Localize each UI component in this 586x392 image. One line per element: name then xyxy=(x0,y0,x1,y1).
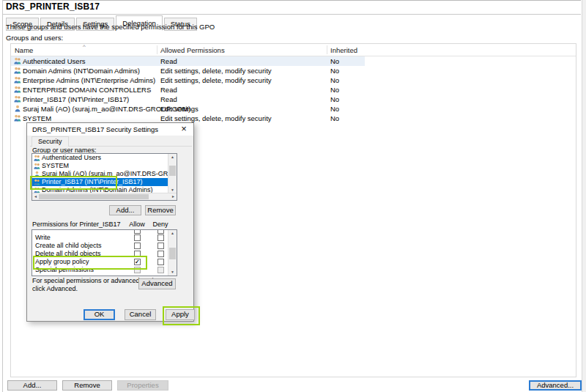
add-button[interactable]: Add... xyxy=(7,380,57,391)
advanced-note-line2: click Advanced. xyxy=(32,285,78,292)
dialog-remove-button[interactable]: Remove xyxy=(145,205,176,215)
group-icon xyxy=(14,76,21,84)
annotation-apply-group-policy xyxy=(33,256,147,270)
column-header-allowed-permissions[interactable]: Allowed Permissions xyxy=(160,46,225,54)
group-icon xyxy=(14,95,21,103)
scroll-down-icon[interactable]: ▼ xyxy=(168,269,177,275)
row-name: Printer_ISB17 (INT\Printer_ISB17) xyxy=(23,95,129,104)
column-header-name[interactable]: Name xyxy=(15,46,33,54)
dialog-add-button[interactable]: Add... xyxy=(109,205,141,215)
row-inherited: No xyxy=(330,85,339,95)
deny-checkbox xyxy=(157,267,164,273)
dialog-advanced-button[interactable]: Advanced xyxy=(138,278,176,289)
list-item-label: SYSTEM xyxy=(42,162,69,170)
dialog-title: DRS_PRINTER_ISB17 Security Settings xyxy=(32,125,158,133)
column-divider[interactable] xyxy=(327,45,327,54)
deny-checkbox[interactable] xyxy=(157,259,164,265)
cancel-button[interactable]: Cancel xyxy=(125,309,156,320)
row-inherited: No xyxy=(330,114,339,123)
group-icon xyxy=(14,114,21,122)
deny-column-header: Deny xyxy=(150,221,171,228)
scrollbar-thumb[interactable] xyxy=(169,166,176,176)
permissions-for-label: Permissions for Printer_ISB17 xyxy=(32,221,121,228)
annotation-selected-group xyxy=(30,176,117,190)
allow-column-header: Allow xyxy=(127,221,147,228)
remove-button[interactable]: Remove xyxy=(62,380,112,391)
row-name: Authenticated Users xyxy=(23,56,86,66)
row-name: Domain Admins (INT\Domain Admins) xyxy=(23,66,140,75)
allow-checkbox[interactable] xyxy=(134,234,141,241)
groups-table-header: Name ^ Allowed Permissions Inherited xyxy=(11,44,576,56)
sort-ascending-icon: ^ xyxy=(83,43,86,50)
scrollbar-thumb[interactable] xyxy=(39,194,149,199)
pane-top-border xyxy=(2,0,581,1)
row-allowed-permissions: Read xyxy=(160,56,177,66)
deny-checkbox[interactable] xyxy=(157,234,164,241)
dialog-titlebar[interactable]: DRS_PRINTER_ISB17 Security Settings × xyxy=(27,123,193,136)
row-allowed-permissions: Edit settings, delete, modify security xyxy=(160,66,272,75)
table-row[interactable]: Suraj Mali (AO) (suraj.m_ao@INT.DRS-GROU… xyxy=(11,104,576,114)
list-item[interactable]: SYSTEM xyxy=(32,162,168,170)
table-row[interactable]: Enterprise Admins (INT\Enterprise Admins… xyxy=(11,75,576,85)
horizontal-scrollbar[interactable]: ◄ ► xyxy=(32,193,177,200)
properties-button[interactable]: Properties xyxy=(117,380,168,391)
group-icon xyxy=(14,57,21,64)
group-icon xyxy=(34,155,40,161)
row-allowed-permissions: Read xyxy=(160,85,177,95)
vertical-scrollbar[interactable]: ▲ ▼ xyxy=(168,154,177,193)
row-name: Enterprise Admins (INT\Enterprise Admins… xyxy=(23,75,155,85)
title-separator xyxy=(3,14,581,15)
row-allowed-permissions: Edit settings xyxy=(160,104,199,114)
groups-and-users-label: Groups and users: xyxy=(6,34,63,42)
scrollbar-thumb[interactable] xyxy=(169,248,176,259)
delegation-description: These groups and users have the specifie… xyxy=(6,23,215,31)
scroll-up-icon[interactable]: ▲ xyxy=(168,154,177,160)
deny-checkbox[interactable] xyxy=(157,251,164,257)
user-icon xyxy=(14,105,21,112)
group-icon xyxy=(34,163,40,169)
row-allowed-permissions: Edit settings, delete, modify security xyxy=(160,75,272,85)
permission-label: Write xyxy=(35,234,51,242)
permission-row[interactable]: Write xyxy=(32,234,168,242)
table-row[interactable]: Printer_ISB17 (INT\Printer_ISB17)ReadNo xyxy=(11,95,576,104)
close-icon[interactable]: × xyxy=(177,123,190,135)
group-icon xyxy=(14,67,21,74)
list-item-label: Authenticated Users xyxy=(42,154,101,162)
allow-checkbox[interactable] xyxy=(134,243,141,249)
row-inherited: No xyxy=(330,95,339,104)
column-divider[interactable] xyxy=(157,45,157,54)
ok-button[interactable]: OK xyxy=(84,309,115,320)
vertical-scrollbar[interactable]: ▲ ▼ xyxy=(168,230,177,275)
list-item[interactable]: Authenticated Users xyxy=(32,154,168,162)
security-settings-dialog: DRS_PRINTER_ISB17 Security Settings × Se… xyxy=(26,122,194,322)
advanced-button-main[interactable]: Advanced... xyxy=(529,380,582,391)
row-inherited: No xyxy=(330,66,339,75)
row-allowed-permissions: Read xyxy=(160,95,177,104)
scroll-up-icon[interactable]: ▲ xyxy=(168,230,177,237)
group-icon xyxy=(14,86,21,93)
table-row[interactable]: ENTERPRISE DOMAIN CONTROLLERSReadNo xyxy=(11,85,576,95)
pane-left-border xyxy=(2,0,3,392)
permission-label: Create all child objects xyxy=(35,242,102,250)
scroll-right-icon[interactable]: ► xyxy=(170,193,177,200)
annotation-apply-button xyxy=(163,306,200,325)
tab-security[interactable]: Security xyxy=(31,136,69,147)
right-scroll-strip[interactable] xyxy=(582,0,586,392)
deny-checkbox[interactable] xyxy=(157,243,164,249)
row-inherited: No xyxy=(330,104,339,114)
table-row[interactable]: Authenticated UsersReadNo xyxy=(11,56,365,66)
column-header-inherited[interactable]: Inherited xyxy=(330,46,357,54)
row-inherited: No xyxy=(330,75,339,85)
gpo-title: DRS_PRINTER_ISB17 xyxy=(6,1,100,12)
row-name: ENTERPRISE DOMAIN CONTROLLERS xyxy=(23,85,151,95)
gpmc-delegation-pane: DRS_PRINTER_ISB17 ScopeDetailsSettingsDe… xyxy=(0,0,586,392)
table-row[interactable]: Domain Admins (INT\Domain Admins)Edit se… xyxy=(11,66,576,75)
row-inherited: No xyxy=(330,56,339,66)
scroll-left-icon[interactable]: ◄ xyxy=(32,193,39,200)
permission-row[interactable]: Create all child objects xyxy=(32,242,168,250)
